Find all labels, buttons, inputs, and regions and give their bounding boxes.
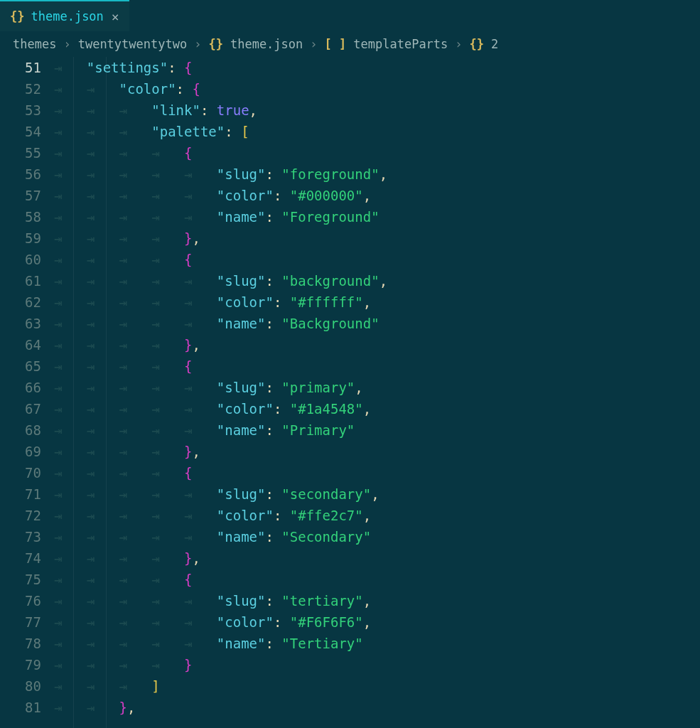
code-line[interactable]: ⇥ ⇥ ⇥ ⇥ {	[54, 142, 700, 164]
code-line[interactable]: ⇥ ⇥ ⇥ ⇥ ⇥ "slug": "secondary",	[54, 483, 700, 505]
code-line[interactable]: ⇥ ⇥ ⇥ "link": true,	[54, 100, 700, 121]
code-line[interactable]: ⇥ ⇥ ⇥ ⇥ ⇥ "name": "Secondary"	[54, 526, 700, 547]
json-icon: {}	[10, 9, 24, 23]
line-number: 76	[0, 590, 41, 611]
code-line[interactable]: ⇥ ⇥ ⇥ ⇥ ⇥ "color": "#F6F6F6",	[54, 611, 700, 633]
breadcrumb-segment[interactable]: themes	[13, 37, 56, 51]
code-content[interactable]: ⇥ "settings": {⇥ ⇥ "color": {⇥ ⇥ ⇥ "link…	[54, 57, 700, 728]
chevron-right-icon: ›	[310, 37, 317, 51]
tab-theme-json[interactable]: {} theme.json ×	[0, 0, 129, 31]
code-line[interactable]: ⇥ "settings": {	[54, 57, 700, 78]
breadcrumb-segment[interactable]: twentytwentytwo	[78, 37, 188, 51]
code-line[interactable]: ⇥ ⇥ ⇥ ⇥ ⇥ "name": "Tertiary"	[54, 633, 700, 654]
code-line[interactable]: ⇥ ⇥ },	[54, 697, 700, 718]
code-editor: {} theme.json × themes›twentytwentytwo›{…	[0, 0, 700, 728]
line-number: 80	[0, 675, 41, 697]
code-line[interactable]: ⇥ ⇥ ⇥ ⇥ {	[54, 249, 700, 270]
breadcrumb-segment[interactable]: theme.json	[230, 37, 303, 51]
code-line[interactable]: ⇥ ⇥ ⇥ ⇥ ⇥ "color": "#000000",	[54, 185, 700, 206]
array-icon: [ ]	[325, 37, 347, 51]
line-number: 54	[0, 121, 41, 142]
code-area[interactable]: 5152535455565758596061626364656667686970…	[0, 57, 700, 728]
line-number: 81	[0, 697, 41, 718]
line-number: 57	[0, 185, 41, 206]
chevron-right-icon: ›	[194, 37, 201, 51]
line-number: 70	[0, 462, 41, 483]
line-number: 62	[0, 291, 41, 313]
breadcrumb-segment[interactable]: templateParts	[353, 37, 448, 51]
code-line[interactable]: ⇥ ⇥ ⇥ ⇥ {	[54, 569, 700, 590]
line-number: 79	[0, 654, 41, 675]
line-number: 51	[0, 57, 41, 78]
line-number: 67	[0, 398, 41, 419]
json-icon: {}	[470, 37, 484, 51]
line-number: 63	[0, 313, 41, 334]
close-icon[interactable]: ×	[112, 9, 119, 24]
line-number: 71	[0, 483, 41, 505]
code-line[interactable]: ⇥ ⇥ ⇥ ⇥ },	[54, 334, 700, 355]
code-line[interactable]: ⇥ ⇥ ⇥ ⇥ },	[54, 228, 700, 249]
code-line[interactable]: ⇥ ⇥ ⇥ ⇥ ⇥ "name": "Background"	[54, 313, 700, 334]
line-number: 65	[0, 355, 41, 377]
breadcrumb[interactable]: themes›twentytwentytwo›{}theme.json›[ ]t…	[0, 31, 700, 57]
code-line[interactable]: ⇥ ⇥ "color": {	[54, 78, 700, 100]
code-line[interactable]: ⇥ ⇥ ⇥ ⇥ ⇥ "name": "Foreground"	[54, 206, 700, 228]
code-line[interactable]: ⇥ ⇥ ⇥ "palette": [	[54, 121, 700, 142]
line-number: 66	[0, 377, 41, 398]
code-line[interactable]: ⇥ ⇥ ⇥ ⇥ ⇥ "color": "#ffe2c7",	[54, 505, 700, 526]
json-icon: {}	[208, 37, 222, 51]
chevron-right-icon: ›	[455, 37, 462, 51]
line-number: 64	[0, 334, 41, 355]
chevron-right-icon: ›	[63, 37, 70, 51]
line-number: 69	[0, 441, 41, 462]
line-number: 60	[0, 249, 41, 270]
code-line[interactable]: ⇥ ⇥ ⇥ ⇥ ⇥ "slug": "tertiary",	[54, 590, 700, 611]
code-line[interactable]: ⇥ ⇥ ⇥ ⇥ ⇥ "slug": "background",	[54, 270, 700, 291]
line-number: 68	[0, 419, 41, 441]
line-number: 72	[0, 505, 41, 526]
tab-label: theme.json	[31, 9, 103, 23]
line-number: 52	[0, 78, 41, 100]
line-number: 73	[0, 526, 41, 547]
line-number: 77	[0, 611, 41, 633]
line-number: 78	[0, 633, 41, 654]
code-line[interactable]: ⇥ ⇥ ⇥ ⇥ ⇥ "color": "#1a4548",	[54, 398, 700, 419]
tab-bar: {} theme.json ×	[0, 0, 700, 31]
line-number: 56	[0, 164, 41, 185]
code-line[interactable]: ⇥ ⇥ ⇥ ⇥ {	[54, 355, 700, 377]
code-line[interactable]: ⇥ ⇥ ⇥ ⇥ },	[54, 547, 700, 569]
line-number: 74	[0, 547, 41, 569]
line-number: 53	[0, 100, 41, 121]
line-number: 55	[0, 142, 41, 164]
code-line[interactable]: ⇥ ⇥ ⇥ ⇥ ⇥ "color": "#ffffff",	[54, 291, 700, 313]
code-line[interactable]: ⇥ ⇥ ⇥ ⇥ ⇥ "slug": "foreground",	[54, 164, 700, 185]
line-number: 61	[0, 270, 41, 291]
code-line[interactable]: ⇥ ⇥ ⇥ ⇥ {	[54, 462, 700, 483]
line-number: 59	[0, 228, 41, 249]
breadcrumb-segment[interactable]: 2	[491, 37, 498, 51]
code-line[interactable]: ⇥ ⇥ ⇥ ⇥ ⇥ "name": "Primary"	[54, 419, 700, 441]
line-gutter: 5152535455565758596061626364656667686970…	[0, 57, 54, 728]
code-line[interactable]: ⇥ ⇥ ⇥ ]	[54, 675, 700, 697]
code-line[interactable]: ⇥ ⇥ ⇥ ⇥ }	[54, 654, 700, 675]
code-line[interactable]: ⇥ ⇥ ⇥ ⇥ ⇥ "slug": "primary",	[54, 377, 700, 398]
code-line[interactable]: ⇥ ⇥ ⇥ ⇥ },	[54, 441, 700, 462]
line-number: 75	[0, 569, 41, 590]
line-number: 58	[0, 206, 41, 228]
